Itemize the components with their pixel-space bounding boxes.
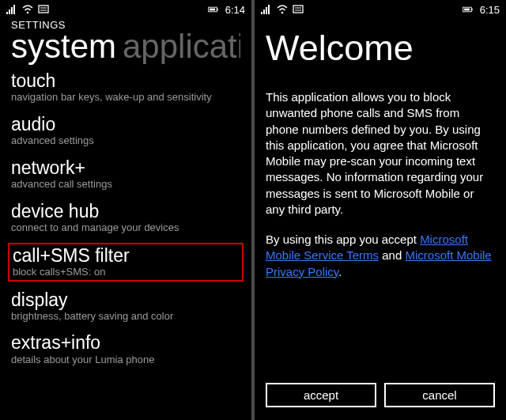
svg-rect-14: [268, 5, 270, 14]
terms-and: and: [379, 248, 405, 262]
svg-rect-16: [293, 6, 303, 13]
button-row: accept cancel: [266, 383, 495, 407]
terms-prefix: By using this app you accept: [266, 233, 420, 246]
item-sub: brightness, battery saving and color: [11, 310, 240, 323]
item-sub: block calls+SMS: on: [13, 266, 239, 278]
item-network-plus[interactable]: network+ advanced call settings: [11, 157, 240, 191]
wifi-icon: [277, 5, 288, 14]
item-title: display: [11, 290, 240, 310]
item-touch[interactable]: touch navigation bar keys, wake-up and s…: [11, 70, 240, 104]
item-sub: navigation bar keys, wake-up and sensiti…: [11, 91, 240, 104]
item-sub: details about your Lumia phone: [11, 354, 240, 366]
svg-rect-13: [266, 7, 267, 14]
svg-rect-5: [39, 6, 48, 13]
item-title: touch: [11, 71, 240, 91]
settings-list: touch navigation bar keys, wake-up and s…: [0, 64, 251, 366]
svg-rect-0: [6, 12, 8, 14]
item-display[interactable]: display brightness, battery saving and c…: [11, 289, 240, 324]
pivot-tabs[interactable]: system applications: [0, 29, 251, 64]
svg-rect-21: [464, 9, 470, 11]
svg-rect-12: [263, 9, 265, 14]
item-sub: advanced settings: [11, 134, 240, 147]
notification-icon: [38, 5, 49, 14]
item-title: audio: [11, 115, 240, 134]
item-extras-info[interactable]: extras+info details about your Lumia pho…: [11, 332, 240, 366]
item-audio[interactable]: audio advanced settings: [11, 114, 240, 148]
body-text: This application allows you to block unw…: [255, 66, 506, 218]
item-device-hub[interactable]: device hub connect to and manage your de…: [11, 201, 240, 235]
accept-button[interactable]: accept: [266, 383, 376, 407]
svg-rect-10: [210, 9, 215, 11]
svg-rect-9: [217, 9, 217, 11]
item-call-sms-filter[interactable]: call+SMS filter block calls+SMS: on: [8, 243, 244, 282]
svg-rect-2: [11, 7, 13, 14]
item-title: network+: [11, 158, 240, 178]
settings-screen: 6:14 SETTINGS system applications touch …: [0, 0, 251, 420]
wifi-icon: [22, 5, 33, 14]
svg-point-15: [281, 12, 284, 14]
item-title: device hub: [11, 202, 240, 221]
cancel-button[interactable]: cancel: [384, 383, 495, 407]
welcome-screen: 6:15 Welcome This application allows you…: [255, 0, 506, 420]
svg-rect-1: [9, 9, 10, 14]
item-sub: advanced call settings: [11, 178, 240, 191]
signal-icon: [261, 5, 272, 14]
svg-rect-11: [261, 12, 262, 14]
battery-icon: [208, 5, 219, 14]
signal-icon: [6, 5, 17, 14]
status-bar: 6:14: [0, 0, 251, 17]
svg-rect-3: [13, 5, 15, 14]
notification-icon: [293, 5, 304, 14]
tab-system[interactable]: system: [11, 29, 116, 64]
terms-suffix: .: [338, 265, 342, 278]
item-sub: connect to and manage your devices: [11, 221, 240, 234]
status-bar: 6:15: [255, 0, 506, 17]
svg-rect-20: [471, 9, 472, 11]
item-title: call+SMS filter: [13, 246, 239, 266]
page-title: Welcome: [255, 17, 506, 66]
clock: 6:14: [225, 4, 245, 16]
tab-applications[interactable]: applications: [123, 29, 240, 64]
clock: 6:15: [480, 4, 500, 16]
terms-text: By using this app you accept Microsoft M…: [255, 218, 506, 280]
item-title: extras+info: [11, 333, 240, 353]
svg-point-4: [27, 12, 29, 14]
battery-icon: [463, 5, 474, 14]
